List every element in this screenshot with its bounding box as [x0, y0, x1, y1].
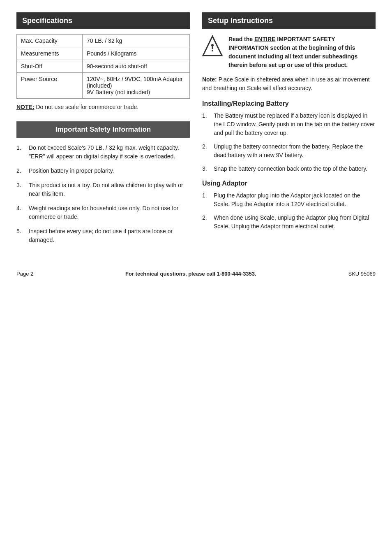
- svg-point-2: [211, 44, 214, 46]
- safety-header: Important Safety Information: [16, 121, 190, 138]
- warning-box: ! Read the ENTIRE IMPORTANT SAFETY INFOR…: [202, 35, 376, 70]
- installing-battery-section: Installing/Replacing Battery 1.The Batte…: [202, 100, 376, 173]
- adaptor-list: 1.Plug the Adaptor plug into the Adaptor…: [202, 191, 376, 231]
- safety-item-number: 1.: [16, 144, 25, 161]
- adaptor-item: 2.When done using Scale, unplug the Adap…: [202, 214, 376, 231]
- safety-item-number: 5.: [16, 227, 25, 244]
- battery-item-number: 2.: [202, 142, 210, 160]
- safety-item-number: 4.: [16, 204, 25, 221]
- note-label: NOTE:: [16, 104, 35, 110]
- battery-item-number: 3.: [202, 165, 210, 173]
- using-adaptor-section: Using Adaptor 1.Plug the Adaptor plug in…: [202, 180, 376, 231]
- adaptor-item-number: 1.: [202, 191, 210, 209]
- svg-text:!: !: [211, 42, 214, 54]
- setup-note: Note: Place Scale in sheltered area when…: [202, 75, 376, 93]
- left-column: Specifications Max. Capacity70 LB. / 32 …: [16, 12, 190, 250]
- note-body: Do not use scale for commerce or trade.: [36, 104, 138, 110]
- footer-page: Page 2: [16, 271, 33, 277]
- safety-item-text: Position battery in proper polarity.: [29, 167, 114, 175]
- adaptor-item: 1.Plug the Adaptor plug into the Adaptor…: [202, 191, 376, 209]
- setup-note-text: Place Scale in sheltered area when in us…: [202, 76, 370, 91]
- right-column: Setup Instructions ! Read the ENTIRE IMP…: [202, 12, 376, 250]
- adaptor-item-text: Plug the Adaptor plug into the Adaptor j…: [214, 191, 376, 209]
- spec-label: Shut-Off: [17, 60, 83, 73]
- safety-item-number: 3.: [16, 181, 25, 198]
- installing-battery-title: Installing/Replacing Battery: [202, 100, 376, 107]
- using-adaptor-title: Using Adaptor: [202, 180, 376, 187]
- warning-entire: ENTIRE: [254, 36, 275, 42]
- spec-label: Max. Capacity: [17, 35, 83, 47]
- spec-value: 90-second auto shut-off: [82, 60, 189, 73]
- safety-list: 1.Do not exceed Scale's 70 LB. / 32 kg m…: [16, 144, 190, 244]
- safety-item-number: 2.: [16, 167, 25, 175]
- battery-item: 1.The Battery must be replaced if a batt…: [202, 111, 376, 137]
- battery-item-number: 1.: [202, 111, 210, 137]
- specifications-section: Specifications Max. Capacity70 LB. / 32 …: [16, 12, 190, 111]
- setup-header: Setup Instructions: [202, 12, 376, 29]
- battery-item-text: Snap the battery connection back onto th…: [214, 165, 367, 173]
- safety-item-text: Weight readings are for household use on…: [29, 204, 190, 221]
- spec-value: 70 LB. / 32 kg: [82, 35, 189, 47]
- spec-row: MeasurementsPounds / Kilograms: [17, 47, 190, 60]
- spec-label: Power Source: [17, 73, 83, 99]
- footer-sku: SKU 95069: [348, 271, 376, 277]
- footer: Page 2 For technical questions, please c…: [16, 267, 376, 277]
- safety-item-text: Do not exceed Scale's 70 LB. / 32 kg max…: [29, 144, 190, 161]
- safety-item: 5.Inspect before every use; do not use i…: [16, 227, 190, 244]
- battery-list: 1.The Battery must be replaced if a batt…: [202, 111, 376, 173]
- safety-item: 1.Do not exceed Scale's 70 LB. / 32 kg m…: [16, 144, 190, 161]
- safety-item-text: This product is not a toy. Do not allow …: [29, 181, 190, 198]
- safety-item: 4.Weight readings are for household use …: [16, 204, 190, 221]
- spec-value: Pounds / Kilograms: [82, 47, 189, 60]
- adaptor-item-text: When done using Scale, unplug the Adapto…: [214, 214, 376, 231]
- warning-icon: !: [202, 35, 223, 58]
- spec-row: Power Source120V~, 60Hz / 9VDC, 100mA Ad…: [17, 73, 190, 99]
- warning-text: Read the ENTIRE IMPORTANT SAFETY INFORMA…: [228, 35, 376, 70]
- adaptor-item-number: 2.: [202, 214, 210, 231]
- spec-row: Shut-Off90-second auto shut-off: [17, 60, 190, 73]
- spec-label: Measurements: [17, 47, 83, 60]
- specifications-header: Specifications: [16, 12, 190, 29]
- safety-item: 3.This product is not a toy. Do not allo…: [16, 181, 190, 198]
- battery-item: 3.Snap the battery connection back onto …: [202, 165, 376, 173]
- setup-section: Setup Instructions ! Read the ENTIRE IMP…: [202, 12, 376, 237]
- setup-note-label: Note:: [202, 76, 217, 83]
- battery-item-text: The Battery must be replaced if a batter…: [214, 111, 376, 137]
- safety-section: Important Safety Information 1.Do not ex…: [16, 121, 190, 250]
- spec-value: 120V~, 60Hz / 9VDC, 100mA Adapter (inclu…: [82, 73, 189, 99]
- battery-item-text: Unplug the battery connector from the ba…: [214, 142, 376, 160]
- spec-note: NOTE: Do not use scale for commerce or t…: [16, 103, 190, 111]
- safety-item: 2.Position battery in proper polarity.: [16, 167, 190, 175]
- battery-item: 2.Unplug the battery connector from the …: [202, 142, 376, 160]
- spec-table: Max. Capacity70 LB. / 32 kgMeasurementsP…: [16, 34, 190, 99]
- footer-center: For technical questions, please call 1-8…: [125, 271, 256, 277]
- warning-read: Read the: [228, 36, 254, 42]
- spec-row: Max. Capacity70 LB. / 32 kg: [17, 35, 190, 47]
- safety-item-text: Inspect before every use; do not use if …: [29, 227, 190, 244]
